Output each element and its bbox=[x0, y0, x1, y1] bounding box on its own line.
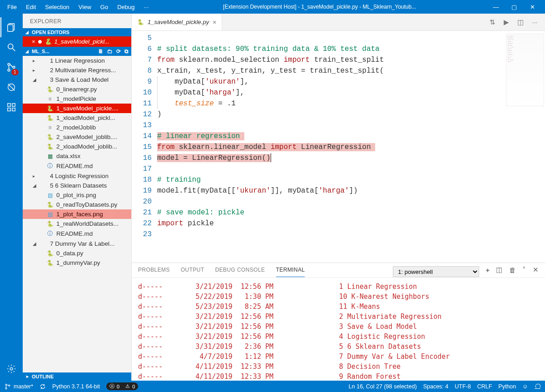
new-folder-icon[interactable]: 🗀 bbox=[107, 48, 113, 55]
menu-debug[interactable]: Debug bbox=[114, 2, 138, 12]
open-editors-header[interactable]: OPEN EDITORS bbox=[23, 28, 131, 36]
folder-item[interactable]: ▸2 Multivariate Regress... bbox=[23, 65, 131, 75]
tree-item-label: data.xlsx bbox=[56, 153, 80, 159]
folder-item[interactable]: ◢5 6 Sklearn Datasets bbox=[23, 181, 131, 190]
workspace-name: ML_S... bbox=[32, 49, 50, 54]
file-item[interactable]: 🐍1_dummyVar.py bbox=[23, 258, 131, 268]
window-minimize[interactable]: — bbox=[487, 4, 505, 10]
activity-settings-icon[interactable] bbox=[0, 359, 22, 379]
tree-item-label: 0_data.py bbox=[56, 250, 83, 257]
status-python[interactable]: Python 3.7.1 64-bit bbox=[52, 383, 100, 390]
status-sync[interactable] bbox=[40, 383, 46, 390]
close-tab-icon[interactable]: × bbox=[213, 19, 216, 26]
file-item[interactable]: 🐍1_saveModel_pickle.... bbox=[23, 104, 131, 113]
activity-explorer-icon[interactable] bbox=[0, 17, 22, 37]
file-item[interactable]: ≡1_modelPickle bbox=[23, 94, 131, 104]
file-item[interactable]: ⓘREADME.md bbox=[23, 228, 131, 239]
status-spaces-label: Spaces: 4 bbox=[423, 383, 449, 390]
status-bell-icon[interactable] bbox=[535, 383, 540, 389]
status-branch[interactable]: master* bbox=[5, 383, 33, 390]
panel-tab-debug[interactable]: DEBUG CONSOLE bbox=[215, 267, 265, 277]
file-item[interactable]: 🐍0_readToyDatasets.py bbox=[23, 200, 131, 209]
window-close[interactable]: ✕ bbox=[523, 4, 541, 10]
file-item[interactable]: ⓘREADME.md bbox=[23, 161, 131, 171]
kill-terminal-icon[interactable]: 🗑 bbox=[509, 266, 516, 278]
split-editor-icon[interactable]: ◫ bbox=[517, 18, 524, 26]
dirty-dot-icon bbox=[38, 40, 42, 44]
status-cursor[interactable]: Ln 16, Col 27 (98 selected) bbox=[349, 383, 417, 390]
run-icon[interactable]: ▶ bbox=[504, 18, 509, 26]
menu-edit[interactable]: Edit bbox=[22, 2, 40, 12]
file-item[interactable]: 🐍0_linearregr.py bbox=[23, 84, 131, 94]
file-item[interactable]: ≡2_modelJoblib bbox=[23, 123, 131, 132]
tree-item-label: 1 Linear Regression bbox=[50, 57, 105, 64]
status-feedback-icon[interactable]: ☺ bbox=[522, 383, 528, 390]
folder-item[interactable]: ▸4 Logistic Regression bbox=[23, 171, 131, 181]
file-item[interactable]: ▦data.xlsx bbox=[23, 151, 131, 161]
file-tree[interactable]: ▸1 Linear Regression▸2 Multivariate Regr… bbox=[23, 56, 131, 372]
new-terminal-icon[interactable]: + bbox=[486, 266, 490, 278]
status-lang[interactable]: Python bbox=[498, 383, 516, 390]
svg-point-13 bbox=[10, 367, 13, 370]
panel-tab-problems[interactable]: PROBLEMS bbox=[138, 267, 170, 277]
terminal-output[interactable]: d----- 3/21/2019 12:56 PM 1 Linear Regre… bbox=[132, 278, 545, 381]
editor-tab-label: 1_saveModel_pickle.py bbox=[148, 19, 209, 25]
file-item[interactable]: 🐍2_xloadModel_joblib... bbox=[23, 142, 131, 151]
menu-more[interactable]: ··· bbox=[140, 2, 152, 12]
editor-tab-bar: 🐍 1_saveModel_pickle.py × ⇅ ▶ ◫ ··· bbox=[132, 14, 545, 31]
file-item[interactable]: ▧0_plot_iris.png bbox=[23, 190, 131, 200]
close-icon[interactable]: × bbox=[32, 38, 35, 45]
status-spaces[interactable]: Spaces: 4 bbox=[423, 383, 449, 390]
status-eol-label: CRLF bbox=[477, 383, 492, 390]
svg-point-2 bbox=[8, 44, 13, 49]
status-eol[interactable]: CRLF bbox=[477, 383, 492, 390]
split-terminal-icon[interactable]: ◫ bbox=[496, 266, 502, 278]
compare-icon[interactable]: ⇅ bbox=[490, 18, 495, 26]
outline-header[interactable]: OUTLINE bbox=[23, 372, 131, 381]
folder-item[interactable]: ◢3 Save & Load Model bbox=[23, 75, 131, 84]
tree-item-label: 1_xloadModel_pickl... bbox=[56, 114, 115, 121]
folder-item[interactable]: ▸1 Linear Regression bbox=[23, 56, 131, 65]
activity-debug-icon[interactable] bbox=[0, 77, 22, 97]
tree-item-label: 1_modelPickle bbox=[56, 95, 96, 102]
more-actions-icon[interactable]: ··· bbox=[532, 18, 538, 26]
tree-item-label: 3 Save & Load Model bbox=[50, 76, 109, 83]
svg-rect-1 bbox=[8, 25, 13, 32]
maximize-panel-icon[interactable]: ˄ bbox=[522, 266, 526, 278]
file-item[interactable]: 🐍2_saveModel_joblib.... bbox=[23, 132, 131, 142]
terminal-selector[interactable]: 1: powershell bbox=[393, 266, 479, 277]
panel-tab-terminal[interactable]: TERMINAL bbox=[276, 267, 305, 277]
menu-go[interactable]: Go bbox=[97, 2, 112, 12]
status-problems[interactable]: ⓧ0 ⚠0 bbox=[106, 382, 138, 390]
editor-tab[interactable]: 🐍 1_saveModel_pickle.py × bbox=[132, 14, 222, 30]
tree-item-label: 4 Logistic Regression bbox=[50, 173, 109, 179]
file-item[interactable]: 🐍0_data.py bbox=[23, 248, 131, 258]
activity-bar: 1 bbox=[0, 14, 23, 381]
code-lines[interactable]: # split datasets: 90% training data & 10… bbox=[157, 31, 384, 263]
file-item[interactable]: ▧1_plot_faces.png bbox=[23, 209, 131, 219]
folder-item[interactable]: ◢7 Dummy Var & Label... bbox=[23, 239, 131, 248]
activity-search-icon[interactable] bbox=[0, 37, 22, 57]
refresh-icon[interactable]: ⟳ bbox=[116, 48, 121, 55]
code-editor[interactable]: 567891011121314151617181920212223 # spli… bbox=[132, 31, 545, 263]
tree-item-label: 7 Dummy Var & Label... bbox=[50, 240, 114, 247]
menu-selection[interactable]: Selection bbox=[41, 2, 73, 12]
activity-scm-icon[interactable]: 1 bbox=[0, 57, 22, 77]
panel-tab-output[interactable]: OUTPUT bbox=[181, 267, 204, 277]
window-maximize[interactable]: ▢ bbox=[505, 4, 523, 10]
file-item[interactable]: 🐍1_realWorldDatasets... bbox=[23, 219, 131, 228]
file-item[interactable]: 🐍1_xloadModel_pickl... bbox=[23, 113, 131, 123]
menu-view[interactable]: View bbox=[75, 2, 95, 12]
workspace-header[interactable]: ML_S... 🗎 🗀 ⟳ ⧉ bbox=[23, 47, 131, 56]
minimap[interactable]: ▬▬ ▬▬▬ ▬▬▬▬▬▬▬▬ ▬▬ ▬▬▬▬▬▬▬▬ ▬▬▬▬▬▬▬▬▬ ▬ … bbox=[506, 34, 544, 106]
status-encoding[interactable]: UTF-8 bbox=[455, 383, 471, 390]
activity-extensions-icon[interactable] bbox=[0, 97, 22, 117]
python-file-icon: 🐍 bbox=[137, 19, 144, 25]
menu-file[interactable]: File bbox=[4, 2, 20, 12]
collapse-all-icon[interactable]: ⧉ bbox=[124, 48, 129, 55]
svg-rect-12 bbox=[12, 108, 15, 111]
open-editor-item[interactable]: × 🐍 1_saveModel_pickl... bbox=[23, 36, 131, 47]
tree-item-label: 0_linearregr.py bbox=[56, 86, 97, 93]
close-panel-icon[interactable]: ✕ bbox=[533, 266, 539, 278]
new-file-icon[interactable]: 🗎 bbox=[98, 48, 104, 55]
